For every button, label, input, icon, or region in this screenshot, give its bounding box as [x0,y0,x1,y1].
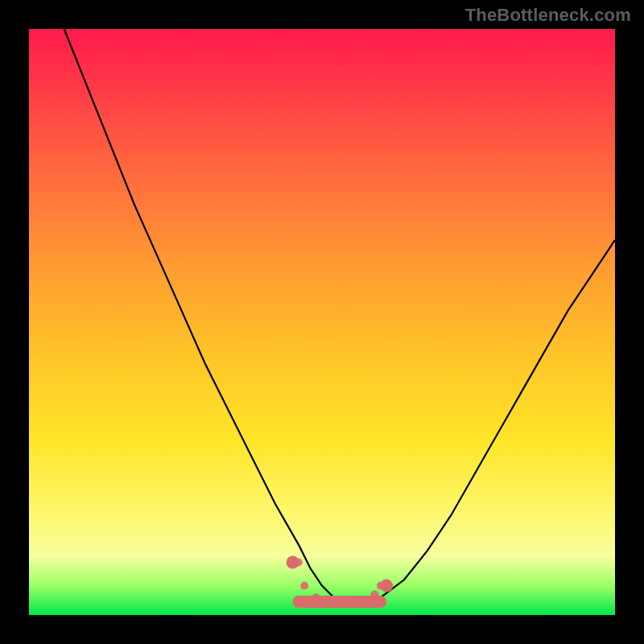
optimal-range-dot [377,582,385,590]
chart-svg [29,29,615,615]
optimal-range-dot [371,591,379,599]
optimal-range-dot [336,599,344,607]
optimal-range-markers [287,556,394,608]
optimal-range-dot [295,559,303,567]
chart-frame: TheBottleneck.com [0,0,644,644]
watermark-text: TheBottleneck.com [465,5,631,26]
optimal-range-dot [347,599,355,607]
plot-area [29,29,615,615]
optimal-range-dot [359,597,367,605]
optimal-range-dot [324,599,332,607]
optimal-range-dot [312,593,320,601]
optimal-range-dot [300,582,308,590]
bottleneck-curve [64,29,615,603]
